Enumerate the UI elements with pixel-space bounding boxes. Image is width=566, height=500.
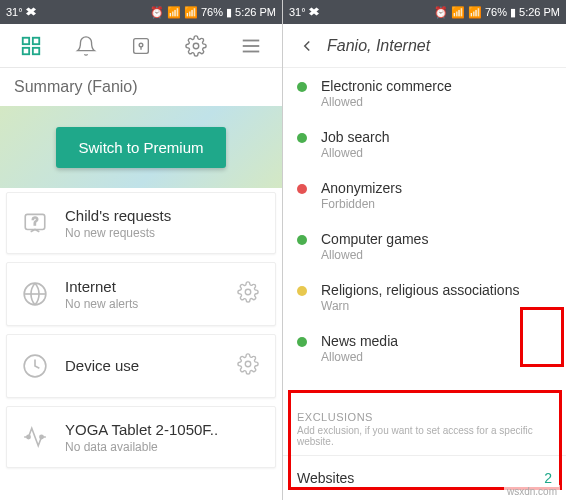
wifi-icon: 📶 bbox=[184, 6, 198, 19]
summary-header: Summary (Fanio) bbox=[0, 68, 282, 106]
svg-text:?: ? bbox=[32, 215, 38, 227]
card-child-requests[interactable]: ? Child's requests No new requests bbox=[6, 192, 276, 254]
category-status: Allowed bbox=[321, 95, 552, 109]
svg-point-14 bbox=[245, 289, 251, 295]
category-title: Electronic commerce bbox=[321, 78, 552, 94]
svg-point-16 bbox=[245, 361, 251, 367]
category-item[interactable]: News mediaAllowed bbox=[283, 323, 566, 374]
category-item[interactable]: Computer gamesAllowed bbox=[283, 221, 566, 272]
svg-rect-1 bbox=[33, 37, 39, 43]
signal-icon: 📶 bbox=[167, 6, 181, 19]
card-subtitle: No new requests bbox=[65, 226, 265, 240]
detail-toolbar: Fanio, Internet bbox=[283, 24, 566, 68]
back-button[interactable] bbox=[293, 32, 321, 60]
page-title: Fanio, Internet bbox=[327, 37, 430, 55]
status-dot bbox=[297, 286, 307, 296]
category-status: Allowed bbox=[321, 146, 552, 160]
battery-percent: 76% bbox=[201, 6, 223, 18]
clock-icon bbox=[17, 348, 53, 384]
card-yoga-tablet[interactable]: YOGA Tablet 2-1050F.. No data available bbox=[6, 406, 276, 468]
svg-rect-3 bbox=[33, 47, 39, 53]
grid-icon[interactable] bbox=[9, 24, 53, 68]
temperature: 31° bbox=[6, 6, 23, 18]
svg-point-18 bbox=[40, 435, 43, 438]
category-title: Computer games bbox=[321, 231, 552, 247]
category-item[interactable]: Job searchAllowed bbox=[283, 119, 566, 170]
clock-time: 5:26 PM bbox=[235, 6, 276, 18]
exclusions-hint: Add exclusion, if you want to set access… bbox=[283, 425, 566, 456]
svg-point-6 bbox=[193, 43, 199, 49]
category-title: Religions, religious associations bbox=[321, 282, 552, 298]
category-list: Electronic commerceAllowedJob searchAllo… bbox=[283, 68, 566, 403]
location-icon[interactable] bbox=[119, 24, 163, 68]
category-status: Forbidden bbox=[321, 197, 552, 211]
device-settings-button[interactable] bbox=[231, 347, 265, 385]
exclusions-header: EXCLUSIONS bbox=[283, 403, 566, 425]
battery-icon: ▮ bbox=[510, 6, 516, 19]
category-item[interactable]: Electronic commerceAllowed bbox=[283, 68, 566, 119]
card-internet[interactable]: Internet No new alerts bbox=[6, 262, 276, 326]
menu-icon[interactable] bbox=[229, 24, 273, 68]
svg-point-17 bbox=[27, 435, 30, 438]
svg-rect-0 bbox=[23, 37, 29, 43]
svg-rect-4 bbox=[134, 38, 149, 53]
temperature: 31° bbox=[289, 6, 306, 18]
category-status: Allowed bbox=[321, 350, 552, 364]
watermark: wsxdn.com bbox=[504, 485, 560, 498]
websites-label: Websites bbox=[297, 470, 354, 486]
card-device-use[interactable]: Device use bbox=[6, 334, 276, 398]
card-title: YOGA Tablet 2-1050F.. bbox=[65, 421, 265, 438]
card-title: Child's requests bbox=[65, 207, 265, 224]
status-bar: 31° ⏰ 📶 📶 76% ▮ 5:26 PM bbox=[283, 0, 566, 24]
settings-icon[interactable] bbox=[174, 24, 218, 68]
status-dot bbox=[297, 337, 307, 347]
category-status: Warn bbox=[321, 299, 552, 313]
right-screen: 31° ⏰ 📶 📶 76% ▮ 5:26 PM Fanio, Internet … bbox=[283, 0, 566, 500]
alarm-icon: ⏰ bbox=[434, 6, 448, 19]
status-dot bbox=[297, 133, 307, 143]
svg-rect-2 bbox=[23, 47, 29, 53]
battery-icon: ▮ bbox=[226, 6, 232, 19]
alarm-icon: ⏰ bbox=[150, 6, 164, 19]
status-dot bbox=[297, 235, 307, 245]
map-banner: Switch to Premium bbox=[0, 106, 282, 188]
globe-icon bbox=[17, 276, 53, 312]
websites-count: 2 bbox=[544, 470, 552, 486]
category-item[interactable]: AnonymizersForbidden bbox=[283, 170, 566, 221]
card-subtitle: No new alerts bbox=[65, 297, 231, 311]
status-dot bbox=[297, 82, 307, 92]
signal-icon: 📶 bbox=[451, 6, 465, 19]
status-bar: 31° ⏰ 📶 📶 76% ▮ 5:26 PM bbox=[0, 0, 282, 24]
status-dot bbox=[297, 184, 307, 194]
clock-time: 5:26 PM bbox=[519, 6, 560, 18]
battery-percent: 76% bbox=[485, 6, 507, 18]
activity-icon bbox=[17, 419, 53, 455]
card-title: Device use bbox=[65, 357, 231, 374]
category-title: Job search bbox=[321, 129, 552, 145]
category-title: News media bbox=[321, 333, 552, 349]
chat-icon: ? bbox=[17, 205, 53, 241]
internet-settings-button[interactable] bbox=[231, 275, 265, 313]
dropbox-icon bbox=[25, 6, 37, 18]
category-status: Allowed bbox=[321, 248, 552, 262]
dropbox-icon bbox=[308, 6, 320, 18]
premium-button[interactable]: Switch to Premium bbox=[56, 127, 225, 168]
category-item[interactable]: Religions, religious associationsWarn bbox=[283, 272, 566, 323]
bell-icon[interactable] bbox=[64, 24, 108, 68]
card-subtitle: No data available bbox=[65, 440, 265, 454]
wifi-icon: 📶 bbox=[468, 6, 482, 19]
category-title: Anonymizers bbox=[321, 180, 552, 196]
left-screen: 31° ⏰ 📶 📶 76% ▮ 5:26 PM Su bbox=[0, 0, 283, 500]
main-toolbar bbox=[0, 24, 282, 68]
svg-point-5 bbox=[139, 43, 143, 47]
card-title: Internet bbox=[65, 278, 231, 295]
